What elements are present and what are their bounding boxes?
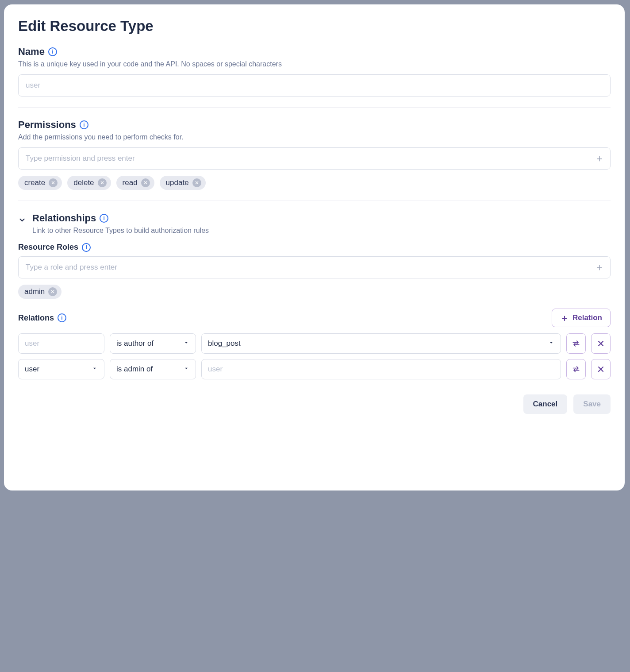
close-icon[interactable]: [98, 178, 107, 187]
permissions-section: Permissions Add the permissions you need…: [18, 119, 611, 201]
info-icon[interactable]: [82, 243, 91, 252]
close-icon[interactable]: [48, 287, 57, 296]
chevron-down-icon: [548, 339, 554, 348]
plus-icon: ＋: [560, 313, 569, 322]
permissions-label: Permissions: [18, 119, 76, 131]
relation-object[interactable]: blog_post: [201, 333, 561, 354]
relationships-helper: Link to other Resource Types to build au…: [32, 227, 611, 235]
add-relation-button[interactable]: ＋ Relation: [552, 309, 611, 327]
save-button[interactable]: Save: [573, 394, 611, 414]
name-label: Name: [18, 46, 45, 58]
relation-subject[interactable]: user: [18, 359, 104, 379]
chevron-down-icon: [183, 339, 189, 348]
chip: read: [116, 176, 154, 190]
resource-roles-input[interactable]: [18, 256, 611, 278]
relation-object[interactable]: user: [201, 359, 561, 379]
chip-label: admin: [24, 287, 45, 296]
relations-label: Relations: [18, 313, 54, 323]
chip: admin: [18, 285, 61, 299]
info-icon[interactable]: [58, 313, 66, 322]
relationships-label: Relationships: [32, 212, 96, 224]
close-icon[interactable]: [192, 178, 201, 187]
swap-relation-button[interactable]: [566, 333, 586, 354]
dialog-footer: Cancel Save: [18, 394, 611, 414]
close-icon[interactable]: [49, 178, 58, 187]
swap-relation-button[interactable]: [566, 359, 586, 379]
name-helper: This is a unique key used in your code a…: [18, 60, 611, 68]
name-section: Name This is a unique key used in your c…: [18, 46, 611, 108]
add-relation-label: Relation: [572, 313, 602, 322]
relation-predicate[interactable]: is admin of: [110, 359, 196, 379]
relation-predicate[interactable]: is author of: [110, 333, 196, 354]
relation-row: useris admin ofuser: [18, 359, 611, 379]
permissions-helper: Add the permissions you need to perform …: [18, 133, 611, 141]
relation-subject[interactable]: user: [18, 333, 104, 354]
cancel-button[interactable]: Cancel: [523, 394, 568, 414]
chip: create: [18, 176, 62, 190]
close-icon[interactable]: [141, 178, 150, 187]
relationships-section: Relationships Link to other Resource Typ…: [18, 212, 611, 414]
name-input[interactable]: [18, 74, 611, 97]
chip-label: delete: [73, 178, 94, 187]
info-icon[interactable]: [100, 214, 108, 223]
resource-roles-label: Resource Roles: [18, 243, 78, 252]
chip-label: create: [24, 178, 45, 187]
info-icon[interactable]: [48, 47, 57, 56]
chip-label: read: [123, 178, 138, 187]
chevron-down-icon: [92, 365, 98, 374]
resource-roles-subfield: Resource Roles ＋ admin: [18, 243, 611, 299]
chip-label: update: [166, 178, 189, 187]
delete-relation-button[interactable]: [591, 359, 611, 379]
dialog-title: Edit Resource Type: [18, 18, 611, 35]
permissions-chips: createdeletereadupdate: [18, 176, 611, 190]
permissions-input[interactable]: [18, 147, 611, 170]
info-icon[interactable]: [80, 120, 88, 129]
resource-roles-chips: admin: [18, 285, 611, 299]
chip: delete: [67, 176, 111, 190]
chevron-down-icon: [183, 365, 189, 374]
delete-relation-button[interactable]: [591, 333, 611, 354]
edit-resource-type-dialog: Edit Resource Type Name This is a unique…: [4, 4, 625, 490]
relation-row: useris author ofblog_post: [18, 333, 611, 354]
chevron-down-icon[interactable]: [18, 216, 26, 226]
chip: update: [160, 176, 206, 190]
